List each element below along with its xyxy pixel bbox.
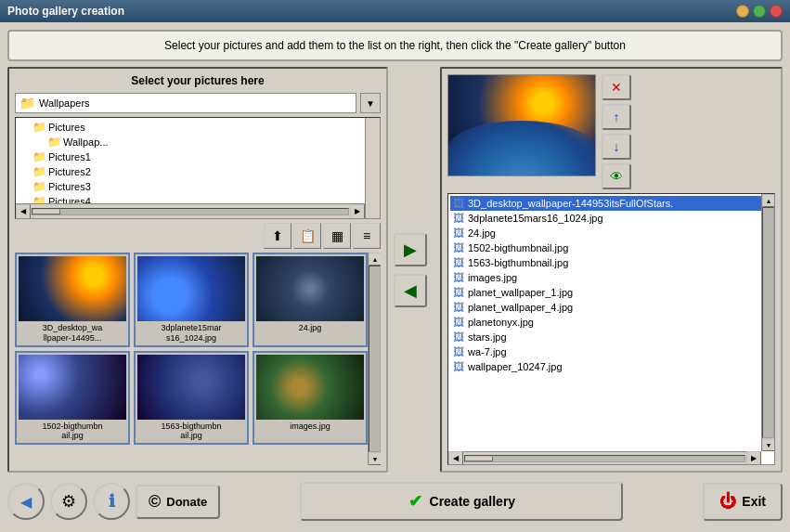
folder-dropdown[interactable]: 📁 Wallpapers bbox=[15, 93, 356, 113]
folder-icon: 📁 bbox=[47, 136, 61, 149]
tree-hscroll[interactable]: ◀ ▶ bbox=[16, 203, 365, 218]
file-list-container: 🖼 3D_desktop_wallpaper-144953itsFullOfSt… bbox=[447, 193, 775, 465]
file-tree: 📁 Pictures 📁 Wallpap... 📁 Pictures1 📁 Pi… bbox=[15, 117, 381, 219]
file-icon: 🖼 bbox=[453, 212, 464, 225]
thumb-label-0: 3D_desktop_wallpaper-14495... bbox=[43, 323, 103, 344]
window-title: Photo gallery creation bbox=[7, 5, 124, 18]
file-vscroll-up[interactable]: ▲ bbox=[762, 194, 775, 207]
thumb-up-btn[interactable]: ⬆ bbox=[264, 223, 291, 249]
file-item-7[interactable]: 🖼 planet_wallpaper_4.jpg bbox=[450, 300, 772, 315]
file-item-5[interactable]: 🖼 images.jpg bbox=[450, 270, 772, 285]
move-down-button[interactable]: ↓ bbox=[602, 134, 631, 160]
thumb-label-5: images.jpg bbox=[290, 422, 330, 432]
add-button[interactable]: 👁 bbox=[602, 163, 631, 189]
thumb-label-3: 1502-bigthumbnail.jpg bbox=[42, 422, 102, 442]
preview-image bbox=[448, 75, 595, 175]
thumb-img-3 bbox=[19, 355, 126, 420]
file-list-hscroll[interactable]: ◀ ▶ bbox=[448, 451, 761, 464]
file-icon: 🖼 bbox=[453, 256, 464, 269]
thumb-detail-btn[interactable]: ≡ bbox=[353, 223, 381, 249]
thumb-cell-3[interactable]: 1502-bigthumbnail.jpg bbox=[15, 351, 130, 446]
tree-item-pictures2[interactable]: 📁 Pictures2 bbox=[18, 164, 378, 179]
file-hscroll-right[interactable]: ▶ bbox=[746, 451, 761, 466]
hscroll-left-btn[interactable]: ◀ bbox=[16, 204, 31, 219]
thumb-cell-5[interactable]: images.jpg bbox=[253, 351, 368, 446]
thumb-grid-wrapper: 3D_desktop_wallpaper-14495... 3dplanete1… bbox=[15, 253, 381, 465]
create-gallery-button[interactable]: ✔ Create gallery bbox=[300, 482, 623, 521]
file-item-8[interactable]: 🖼 planetonyx.jpg bbox=[450, 315, 772, 330]
add-arrow-button[interactable]: ▶ bbox=[394, 233, 427, 266]
tree-item-pictures1[interactable]: 📁 Pictures1 bbox=[18, 149, 378, 164]
tree-item-wallpap[interactable]: 📁 Wallpap... bbox=[18, 135, 378, 149]
thumb-copy-btn[interactable]: 📋 bbox=[293, 223, 321, 249]
file-item-11[interactable]: 🖼 wallpaper_10247.jpg bbox=[450, 359, 772, 374]
thumb-grid: 3D_desktop_wallpaper-14495... 3dplanete1… bbox=[15, 253, 381, 445]
file-item-0[interactable]: 🖼 3D_desktop_wallpaper-144953itsFullOfSt… bbox=[450, 196, 772, 211]
vscroll-down-btn[interactable]: ▼ bbox=[369, 452, 381, 465]
file-icon: 🖼 bbox=[453, 271, 464, 284]
main-content: Select your pictures and add them to the… bbox=[0, 22, 790, 532]
file-item-3[interactable]: 🖼 1502-bigthumbnail.jpg bbox=[450, 240, 772, 255]
tree-item-label: Pictures1 bbox=[48, 151, 91, 162]
file-hscroll-left[interactable]: ◀ bbox=[448, 451, 463, 466]
file-item-name: 3dplanete15mars16_1024.jpg bbox=[468, 213, 603, 224]
back-button[interactable]: ◀ bbox=[7, 483, 45, 520]
thumb-cell-4[interactable]: 1563-bigthumbnail.jpg bbox=[134, 351, 249, 446]
file-item-4[interactable]: 🖼 1563-bigthumbnail.jpg bbox=[450, 255, 772, 270]
tree-item-pictures3[interactable]: 📁 Pictures3 bbox=[18, 179, 378, 194]
file-vscroll-track bbox=[762, 207, 774, 438]
file-item-name: planet_wallpaper_4.jpg bbox=[468, 302, 573, 313]
thumb-cell-0[interactable]: 3D_desktop_wallpaper-14495... bbox=[15, 253, 130, 347]
vscroll-up-btn[interactable]: ▲ bbox=[369, 253, 381, 266]
folder-icon: 📁 bbox=[32, 150, 46, 163]
thumb-grid-vscroll[interactable]: ▲ ▼ bbox=[368, 253, 381, 465]
file-icon: 🖼 bbox=[453, 345, 464, 358]
exit-icon: ⏻ bbox=[719, 492, 736, 512]
tree-item-pictures[interactable]: 📁 Pictures bbox=[18, 120, 378, 135]
file-vscroll-down[interactable]: ▼ bbox=[762, 438, 775, 451]
file-hscroll-thumb[interactable] bbox=[465, 456, 493, 461]
thumb-cell-1[interactable]: 3dplanete15mars16_1024.jpg bbox=[134, 253, 249, 347]
folder-icon: 📁 bbox=[32, 180, 46, 193]
exit-button[interactable]: ⏻ Exit bbox=[703, 483, 783, 521]
file-item-6[interactable]: 🖼 planet_wallpaper_1.jpg bbox=[450, 285, 772, 300]
close-button[interactable] bbox=[770, 5, 783, 18]
window-controls bbox=[736, 5, 783, 18]
left-panel: Select your pictures here 📁 Wallpapers ▼… bbox=[7, 67, 388, 473]
settings-button[interactable]: ⚙ bbox=[50, 483, 87, 520]
thumb-grid-btn[interactable]: ▦ bbox=[323, 223, 351, 249]
bottom-bar: ◀ ⚙ ℹ © Donate ✔ Create gallery ⏻ Exit bbox=[7, 478, 783, 525]
maximize-button[interactable] bbox=[753, 5, 766, 18]
tree-vscroll[interactable] bbox=[365, 118, 380, 218]
tree-item-label: Pictures3 bbox=[48, 181, 91, 192]
file-icon: 🖼 bbox=[453, 301, 464, 314]
info-button[interactable]: ℹ bbox=[93, 483, 130, 520]
tree-item-label: Pictures bbox=[48, 122, 85, 133]
file-item-name: 3D_desktop_wallpaper-144953itsFullOfStar… bbox=[468, 198, 673, 209]
dropdown-arrow[interactable]: ▼ bbox=[360, 93, 381, 113]
thumb-label-2: 24.jpg bbox=[299, 323, 322, 333]
right-controls: ✕ ↑ ↓ 👁 bbox=[602, 74, 631, 189]
hscroll-thumb[interactable] bbox=[32, 209, 60, 214]
donate-button[interactable]: © Donate bbox=[136, 485, 220, 519]
thumb-toolbar: ⬆ 📋 ▦ ≡ bbox=[15, 223, 381, 249]
file-icon: 🖼 bbox=[453, 331, 464, 344]
file-list-vscroll[interactable]: ▲ ▼ bbox=[761, 194, 774, 451]
file-item-2[interactable]: 🖼 24.jpg bbox=[450, 226, 772, 240]
move-up-button[interactable]: ↑ bbox=[602, 104, 631, 130]
bottom-left-buttons: ◀ ⚙ ℹ bbox=[7, 483, 130, 520]
file-item-9[interactable]: 🖼 stars.jpg bbox=[450, 330, 772, 344]
file-item-name: planetonyx.jpg bbox=[468, 317, 534, 328]
checkmark-icon: ✔ bbox=[408, 491, 422, 512]
file-item-10[interactable]: 🖼 wa-7.jpg bbox=[450, 344, 772, 359]
hscroll-right-btn[interactable]: ▶ bbox=[350, 204, 365, 219]
file-item-1[interactable]: 🖼 3dplanete15mars16_1024.jpg bbox=[450, 211, 772, 226]
thumb-cell-2[interactable]: 24.jpg bbox=[253, 253, 368, 347]
file-item-name: planet_wallpaper_1.jpg bbox=[468, 287, 573, 298]
right-panel: ✕ ↑ ↓ 👁 🖼 3D_desktop_wallpaper-144953its… bbox=[440, 67, 783, 473]
minimize-button[interactable] bbox=[736, 5, 749, 18]
thumb-img-4 bbox=[137, 355, 245, 420]
remove-arrow-button[interactable]: ◀ bbox=[394, 274, 427, 307]
file-item-name: 24.jpg bbox=[468, 227, 496, 239]
delete-button[interactable]: ✕ bbox=[602, 74, 631, 100]
